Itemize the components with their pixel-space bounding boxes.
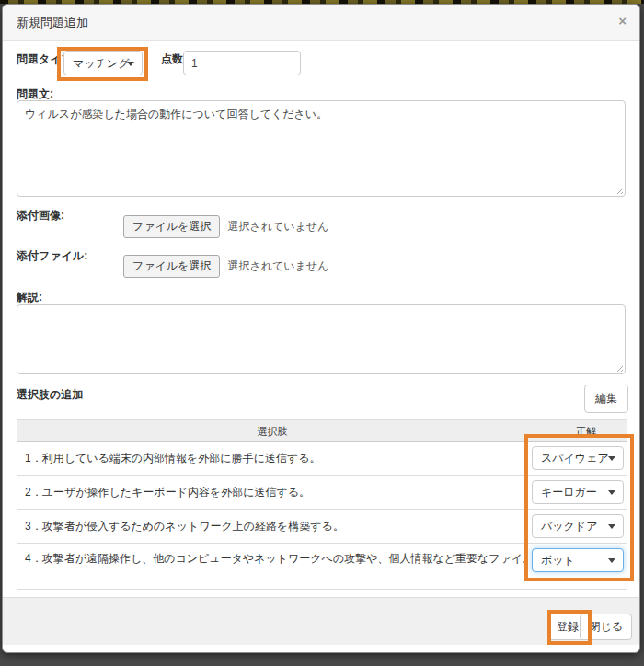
- choice-text: 1．利用している端末の内部情報を外部に勝手に送信する。: [25, 451, 526, 466]
- question-type-select[interactable]: マッチング: [63, 51, 143, 75]
- close-icon[interactable]: ×: [618, 14, 627, 28]
- question-text-label: 問題文:: [17, 87, 53, 101]
- choice-column-header: 選択肢: [258, 425, 288, 439]
- answer-select-4[interactable]: ボット: [532, 548, 624, 572]
- attach-file-choose-file-button[interactable]: ファイルを選択: [123, 255, 220, 278]
- attach-image-label: 添付画像:: [17, 209, 64, 223]
- points-input[interactable]: [183, 51, 301, 75]
- choice-text: 2．ユーザが操作したキーボード内容を外部に送信する。: [25, 485, 526, 500]
- attach-file-file-input: ファイルを選択 選択されていません: [123, 255, 328, 278]
- explanation-label: 解説:: [17, 291, 42, 304]
- add-choices-label: 選択肢の追加: [17, 388, 83, 402]
- attach-file-status: 選択されていません: [227, 258, 328, 274]
- chevron-down-icon: [608, 490, 615, 495]
- answer-select-2[interactable]: キーロガー: [532, 480, 624, 504]
- modal-header: 新規問題追加 ×: [3, 5, 639, 41]
- answer-select-1[interactable]: スパイウェア: [532, 446, 624, 470]
- modal-footer: 登録 閉じる: [3, 597, 639, 645]
- table-row: 3．攻撃者が侵入するためのネットワーク上の経路を構築する。 バックドア: [17, 510, 627, 544]
- chevron-down-icon: [608, 456, 615, 461]
- choice-text: 3．攻撃者が侵入するためのネットワーク上の経路を構築する。: [25, 519, 526, 534]
- question-text-textarea[interactable]: ウィルスが感染した場合の動作について回答してください。: [17, 100, 626, 197]
- edit-button[interactable]: 編集: [584, 385, 628, 413]
- chevron-down-icon: [608, 524, 615, 529]
- table-row: 2．ユーザが操作したキーボード内容を外部に送信する。 キーロガー: [17, 476, 627, 510]
- chevron-down-icon: [127, 62, 134, 66]
- modal-title: 新規問題追加: [17, 5, 88, 41]
- explanation-textarea[interactable]: [17, 304, 626, 374]
- choices-table: 選択肢 正解 1．利用している端末の内部情報を外部に勝手に送信する。 スパイウェ…: [17, 419, 627, 590]
- answer-select-1-value: スパイウェア: [541, 451, 609, 466]
- answer-select-3-value: バックドア: [541, 519, 597, 534]
- choices-table-header: 選択肢 正解: [17, 420, 627, 442]
- new-question-modal: 新規問題追加 × 問題タイプ: マッチング 点数: 問題文: ウィルスが感染した…: [2, 4, 640, 653]
- chevron-down-icon: [608, 558, 615, 563]
- answer-select-3[interactable]: バックドア: [532, 514, 624, 538]
- choice-text: 4．攻撃者が遠隔操作し、他のコンピュータやネットワークへの攻撃や、個人情報など重…: [25, 551, 526, 567]
- close-button[interactable]: 閉じる: [580, 614, 632, 640]
- attach-image-choose-file-button[interactable]: ファイルを選択: [123, 215, 220, 238]
- table-row: 1．利用している端末の内部情報を外部に勝手に送信する。 スパイウェア: [17, 442, 627, 476]
- answer-select-4-value: ボット: [541, 553, 575, 568]
- attach-image-status: 選択されていません: [227, 219, 328, 235]
- answer-select-2-value: キーロガー: [541, 485, 597, 500]
- question-type-value: マッチング: [73, 55, 129, 71]
- table-row: 4．攻撃者が遠隔操作し、他のコンピュータやネットワークへの攻撃や、個人情報など重…: [17, 544, 627, 590]
- attach-image-file-input: ファイルを選択 選択されていません: [123, 215, 328, 238]
- answer-column-header: 正解: [576, 425, 596, 439]
- attach-file-label: 添付ファイル:: [17, 249, 87, 263]
